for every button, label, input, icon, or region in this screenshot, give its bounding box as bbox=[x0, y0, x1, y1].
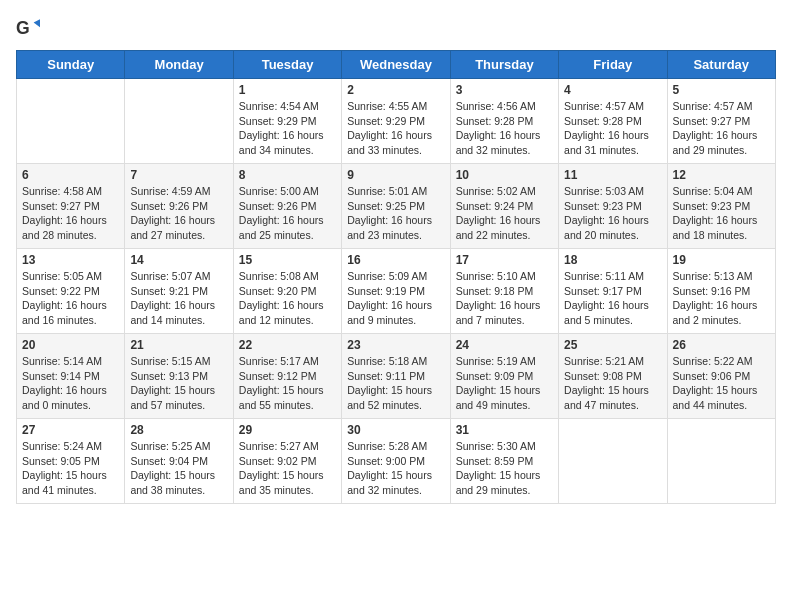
day-info: Sunrise: 5:18 AM Sunset: 9:11 PM Dayligh… bbox=[347, 354, 444, 413]
day-info: Sunrise: 5:07 AM Sunset: 9:21 PM Dayligh… bbox=[130, 269, 227, 328]
day-number: 21 bbox=[130, 338, 227, 352]
day-info: Sunrise: 4:54 AM Sunset: 9:29 PM Dayligh… bbox=[239, 99, 336, 158]
day-info: Sunrise: 4:55 AM Sunset: 9:29 PM Dayligh… bbox=[347, 99, 444, 158]
day-number: 23 bbox=[347, 338, 444, 352]
calendar-cell: 25Sunrise: 5:21 AM Sunset: 9:08 PM Dayli… bbox=[559, 334, 667, 419]
calendar-cell: 9Sunrise: 5:01 AM Sunset: 9:25 PM Daylig… bbox=[342, 164, 450, 249]
weekday-header-tuesday: Tuesday bbox=[233, 51, 341, 79]
day-info: Sunrise: 5:30 AM Sunset: 8:59 PM Dayligh… bbox=[456, 439, 553, 498]
day-info: Sunrise: 5:25 AM Sunset: 9:04 PM Dayligh… bbox=[130, 439, 227, 498]
calendar-cell: 5Sunrise: 4:57 AM Sunset: 9:27 PM Daylig… bbox=[667, 79, 775, 164]
week-row-4: 20Sunrise: 5:14 AM Sunset: 9:14 PM Dayli… bbox=[17, 334, 776, 419]
calendar-body: 1Sunrise: 4:54 AM Sunset: 9:29 PM Daylig… bbox=[17, 79, 776, 504]
calendar-cell: 23Sunrise: 5:18 AM Sunset: 9:11 PM Dayli… bbox=[342, 334, 450, 419]
week-row-1: 1Sunrise: 4:54 AM Sunset: 9:29 PM Daylig… bbox=[17, 79, 776, 164]
day-number: 6 bbox=[22, 168, 119, 182]
day-info: Sunrise: 5:04 AM Sunset: 9:23 PM Dayligh… bbox=[673, 184, 770, 243]
day-number: 14 bbox=[130, 253, 227, 267]
calendar-cell: 30Sunrise: 5:28 AM Sunset: 9:00 PM Dayli… bbox=[342, 419, 450, 504]
calendar-cell: 3Sunrise: 4:56 AM Sunset: 9:28 PM Daylig… bbox=[450, 79, 558, 164]
day-info: Sunrise: 5:09 AM Sunset: 9:19 PM Dayligh… bbox=[347, 269, 444, 328]
calendar-cell: 15Sunrise: 5:08 AM Sunset: 9:20 PM Dayli… bbox=[233, 249, 341, 334]
calendar-cell: 27Sunrise: 5:24 AM Sunset: 9:05 PM Dayli… bbox=[17, 419, 125, 504]
day-info: Sunrise: 5:22 AM Sunset: 9:06 PM Dayligh… bbox=[673, 354, 770, 413]
day-info: Sunrise: 5:05 AM Sunset: 9:22 PM Dayligh… bbox=[22, 269, 119, 328]
day-number: 24 bbox=[456, 338, 553, 352]
day-number: 28 bbox=[130, 423, 227, 437]
day-info: Sunrise: 5:01 AM Sunset: 9:25 PM Dayligh… bbox=[347, 184, 444, 243]
day-info: Sunrise: 4:57 AM Sunset: 9:28 PM Dayligh… bbox=[564, 99, 661, 158]
week-row-2: 6Sunrise: 4:58 AM Sunset: 9:27 PM Daylig… bbox=[17, 164, 776, 249]
day-info: Sunrise: 5:28 AM Sunset: 9:00 PM Dayligh… bbox=[347, 439, 444, 498]
day-number: 4 bbox=[564, 83, 661, 97]
calendar-cell: 12Sunrise: 5:04 AM Sunset: 9:23 PM Dayli… bbox=[667, 164, 775, 249]
calendar-cell: 2Sunrise: 4:55 AM Sunset: 9:29 PM Daylig… bbox=[342, 79, 450, 164]
svg-marker-1 bbox=[34, 19, 40, 27]
day-info: Sunrise: 5:24 AM Sunset: 9:05 PM Dayligh… bbox=[22, 439, 119, 498]
calendar-cell: 19Sunrise: 5:13 AM Sunset: 9:16 PM Dayli… bbox=[667, 249, 775, 334]
day-info: Sunrise: 5:11 AM Sunset: 9:17 PM Dayligh… bbox=[564, 269, 661, 328]
day-number: 7 bbox=[130, 168, 227, 182]
calendar-cell bbox=[125, 79, 233, 164]
calendar-cell: 14Sunrise: 5:07 AM Sunset: 9:21 PM Dayli… bbox=[125, 249, 233, 334]
calendar-cell: 28Sunrise: 5:25 AM Sunset: 9:04 PM Dayli… bbox=[125, 419, 233, 504]
weekday-header-sunday: Sunday bbox=[17, 51, 125, 79]
day-number: 20 bbox=[22, 338, 119, 352]
day-number: 8 bbox=[239, 168, 336, 182]
day-number: 16 bbox=[347, 253, 444, 267]
calendar-cell bbox=[667, 419, 775, 504]
weekday-header-friday: Friday bbox=[559, 51, 667, 79]
calendar-header: SundayMondayTuesdayWednesdayThursdayFrid… bbox=[17, 51, 776, 79]
day-info: Sunrise: 5:21 AM Sunset: 9:08 PM Dayligh… bbox=[564, 354, 661, 413]
day-number: 11 bbox=[564, 168, 661, 182]
day-number: 29 bbox=[239, 423, 336, 437]
day-number: 22 bbox=[239, 338, 336, 352]
calendar-cell: 11Sunrise: 5:03 AM Sunset: 9:23 PM Dayli… bbox=[559, 164, 667, 249]
week-row-5: 27Sunrise: 5:24 AM Sunset: 9:05 PM Dayli… bbox=[17, 419, 776, 504]
day-number: 10 bbox=[456, 168, 553, 182]
day-info: Sunrise: 5:15 AM Sunset: 9:13 PM Dayligh… bbox=[130, 354, 227, 413]
calendar-cell bbox=[559, 419, 667, 504]
day-number: 1 bbox=[239, 83, 336, 97]
weekday-header-row: SundayMondayTuesdayWednesdayThursdayFrid… bbox=[17, 51, 776, 79]
calendar-cell: 26Sunrise: 5:22 AM Sunset: 9:06 PM Dayli… bbox=[667, 334, 775, 419]
calendar-cell: 10Sunrise: 5:02 AM Sunset: 9:24 PM Dayli… bbox=[450, 164, 558, 249]
day-number: 2 bbox=[347, 83, 444, 97]
day-number: 31 bbox=[456, 423, 553, 437]
day-info: Sunrise: 5:00 AM Sunset: 9:26 PM Dayligh… bbox=[239, 184, 336, 243]
day-number: 27 bbox=[22, 423, 119, 437]
day-info: Sunrise: 5:13 AM Sunset: 9:16 PM Dayligh… bbox=[673, 269, 770, 328]
calendar-cell: 29Sunrise: 5:27 AM Sunset: 9:02 PM Dayli… bbox=[233, 419, 341, 504]
weekday-header-saturday: Saturday bbox=[667, 51, 775, 79]
calendar-cell: 7Sunrise: 4:59 AM Sunset: 9:26 PM Daylig… bbox=[125, 164, 233, 249]
calendar-table: SundayMondayTuesdayWednesdayThursdayFrid… bbox=[16, 50, 776, 504]
day-number: 18 bbox=[564, 253, 661, 267]
day-number: 3 bbox=[456, 83, 553, 97]
day-info: Sunrise: 5:03 AM Sunset: 9:23 PM Dayligh… bbox=[564, 184, 661, 243]
calendar-cell: 16Sunrise: 5:09 AM Sunset: 9:19 PM Dayli… bbox=[342, 249, 450, 334]
day-info: Sunrise: 5:19 AM Sunset: 9:09 PM Dayligh… bbox=[456, 354, 553, 413]
day-number: 9 bbox=[347, 168, 444, 182]
calendar-cell: 20Sunrise: 5:14 AM Sunset: 9:14 PM Dayli… bbox=[17, 334, 125, 419]
weekday-header-monday: Monday bbox=[125, 51, 233, 79]
day-info: Sunrise: 5:02 AM Sunset: 9:24 PM Dayligh… bbox=[456, 184, 553, 243]
calendar-cell: 31Sunrise: 5:30 AM Sunset: 8:59 PM Dayli… bbox=[450, 419, 558, 504]
day-number: 12 bbox=[673, 168, 770, 182]
day-info: Sunrise: 5:14 AM Sunset: 9:14 PM Dayligh… bbox=[22, 354, 119, 413]
logo-icon: G bbox=[16, 16, 40, 40]
calendar-cell: 17Sunrise: 5:10 AM Sunset: 9:18 PM Dayli… bbox=[450, 249, 558, 334]
calendar-cell: 24Sunrise: 5:19 AM Sunset: 9:09 PM Dayli… bbox=[450, 334, 558, 419]
calendar-cell: 18Sunrise: 5:11 AM Sunset: 9:17 PM Dayli… bbox=[559, 249, 667, 334]
day-number: 30 bbox=[347, 423, 444, 437]
day-info: Sunrise: 5:17 AM Sunset: 9:12 PM Dayligh… bbox=[239, 354, 336, 413]
day-number: 5 bbox=[673, 83, 770, 97]
calendar-cell: 13Sunrise: 5:05 AM Sunset: 9:22 PM Dayli… bbox=[17, 249, 125, 334]
calendar-cell: 6Sunrise: 4:58 AM Sunset: 9:27 PM Daylig… bbox=[17, 164, 125, 249]
calendar-cell bbox=[17, 79, 125, 164]
header: G bbox=[16, 16, 776, 40]
day-info: Sunrise: 4:59 AM Sunset: 9:26 PM Dayligh… bbox=[130, 184, 227, 243]
day-number: 26 bbox=[673, 338, 770, 352]
day-number: 25 bbox=[564, 338, 661, 352]
weekday-header-wednesday: Wednesday bbox=[342, 51, 450, 79]
calendar-cell: 4Sunrise: 4:57 AM Sunset: 9:28 PM Daylig… bbox=[559, 79, 667, 164]
